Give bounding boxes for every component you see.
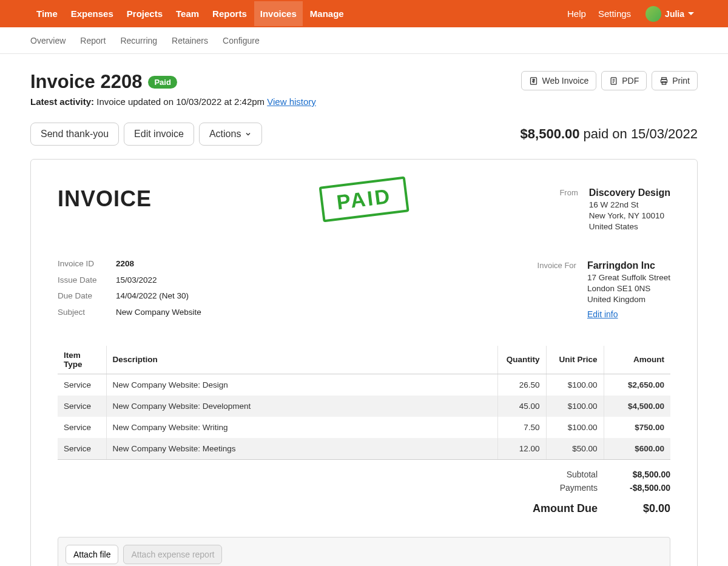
top-nav-right: HelpSettings Julia <box>561 6 698 22</box>
subject: New Company Website <box>116 308 201 319</box>
nav-invoices[interactable]: Invoices <box>254 1 303 26</box>
nav-reports[interactable]: Reports <box>206 1 253 26</box>
chevron-down-icon <box>688 12 694 15</box>
line-items-table: Item Type Description Quantity Unit Pric… <box>58 346 670 460</box>
cell-amount: $750.00 <box>604 417 670 438</box>
invoice-totals: Subtotal $8,500.00 Payments -$8,500.00 A… <box>58 470 670 515</box>
top-nav-left: TimeExpensesProjectsTeamReportsInvoicesM… <box>30 1 350 26</box>
print-button[interactable]: Print <box>652 71 698 90</box>
col-amount: Amount <box>604 346 670 374</box>
col-quantity: Quantity <box>497 346 546 374</box>
invoice-for-address: Farringdon Inc 17 Great Suffolk Street L… <box>587 259 670 318</box>
invoice-meta: Invoice ID 2208 Issue Date 15/03/2022 Du… <box>58 259 201 318</box>
amount-due-value: $0.00 <box>643 502 670 515</box>
edit-invoice-button[interactable]: Edit invoice <box>124 123 194 146</box>
activity-text: Invoice updated on 10/03/2022 at 2:42pm <box>96 96 265 107</box>
nav-manage[interactable]: Manage <box>304 1 350 26</box>
edit-info-link[interactable]: Edit info <box>587 309 618 319</box>
invoice-heading: INVOICE <box>58 186 152 212</box>
paid-stamp: PAID <box>319 177 410 223</box>
subtotal-value: $8,500.00 <box>633 470 670 479</box>
payments-value: -$8,500.00 <box>630 483 670 493</box>
paid-date-text: paid on 15/03/2022 <box>584 126 698 141</box>
subnav-report[interactable]: Report <box>80 36 106 45</box>
subnav-recurring[interactable]: Recurring <box>120 36 157 45</box>
activity-label: Latest activity: <box>30 96 94 107</box>
cell-type: Service <box>58 396 106 417</box>
cell-price: $100.00 <box>546 374 604 396</box>
col-unit-price: Unit Price <box>546 346 604 374</box>
view-history-link[interactable]: View history <box>267 96 316 107</box>
nav-projects[interactable]: Projects <box>121 1 169 26</box>
activity-line: Latest activity: Invoice updated on 10/0… <box>30 96 316 107</box>
cell-desc: New Company Website: Meetings <box>106 438 497 460</box>
sub-nav: OverviewReportRecurringRetainersConfigur… <box>0 27 728 54</box>
export-buttons: Web Invoice PDF Print <box>521 71 698 90</box>
avatar <box>645 6 661 22</box>
subnav-overview[interactable]: Overview <box>30 36 66 45</box>
dollar-document-icon <box>529 76 538 86</box>
line-item-row: ServiceNew Company Website: Writing7.50$… <box>58 417 670 438</box>
paid-amount: $8,500.00 <box>521 126 580 141</box>
attach-file-button[interactable]: Attach file <box>66 545 118 564</box>
line-item-row: ServiceNew Company Website: Development4… <box>58 396 670 417</box>
subnav-configure[interactable]: Configure <box>223 36 260 45</box>
chevron-down-icon <box>244 130 252 138</box>
nav-help[interactable]: Help <box>561 1 592 26</box>
invoice-for-label: Invoice For <box>538 259 576 318</box>
cell-price: $100.00 <box>546 417 604 438</box>
cell-type: Service <box>58 438 106 460</box>
due-date: 14/04/2022 (Net 30) <box>116 291 201 303</box>
cell-amount: $2,650.00 <box>604 374 670 396</box>
page-title: Invoice 2208 <box>30 71 142 93</box>
cell-qty: 45.00 <box>497 396 546 417</box>
issue-date: 15/03/2022 <box>116 275 201 287</box>
user-name: Julia <box>665 9 684 19</box>
cell-desc: New Company Website: Development <box>106 396 497 417</box>
from-label: From <box>559 186 578 232</box>
printer-icon <box>659 76 669 86</box>
cell-desc: New Company Website: Writing <box>106 417 497 438</box>
top-nav: TimeExpensesProjectsTeamReportsInvoicesM… <box>0 0 728 27</box>
cell-qty: 26.50 <box>497 374 546 396</box>
invoice-card: INVOICE PAID From Discovery Design 16 W … <box>30 159 698 566</box>
cell-qty: 7.50 <box>497 417 546 438</box>
pdf-button[interactable]: PDF <box>601 71 647 90</box>
nav-settings[interactable]: Settings <box>592 1 637 26</box>
cell-amount: $4,500.00 <box>604 396 670 417</box>
line-item-row: ServiceNew Company Website: Meetings12.0… <box>58 438 670 460</box>
cell-price: $100.00 <box>546 396 604 417</box>
status-badge: Paid <box>148 76 177 89</box>
col-description: Description <box>106 346 497 374</box>
subnav-retainers[interactable]: Retainers <box>172 36 208 45</box>
nav-team[interactable]: Team <box>170 1 205 26</box>
cell-desc: New Company Website: Design <box>106 374 497 396</box>
col-item-type: Item Type <box>58 346 106 374</box>
cell-type: Service <box>58 417 106 438</box>
cell-amount: $600.00 <box>604 438 670 460</box>
nav-expenses[interactable]: Expenses <box>65 1 120 26</box>
line-item-row: ServiceNew Company Website: Design26.50$… <box>58 374 670 396</box>
paid-summary: $8,500.00 paid on 15/03/2022 <box>521 126 698 142</box>
document-icon <box>609 76 618 86</box>
send-thank-you-button[interactable]: Send thank-you <box>30 123 119 146</box>
from-address: Discovery Design 16 W 22nd St New York, … <box>589 186 670 232</box>
attach-expense-report-button: Attach expense report <box>123 545 222 564</box>
invoice-id: 2208 <box>116 259 201 271</box>
cell-price: $50.00 <box>546 438 604 460</box>
actions-dropdown[interactable]: Actions <box>199 123 262 146</box>
cell-type: Service <box>58 374 106 396</box>
web-invoice-button[interactable]: Web Invoice <box>521 71 596 90</box>
attachments-box: Attach file Attach expense report <box>58 537 670 567</box>
user-menu[interactable]: Julia <box>638 6 698 22</box>
cell-qty: 12.00 <box>497 438 546 460</box>
page-content: Invoice 2208 Paid Latest activity: Invoi… <box>0 54 728 566</box>
nav-time[interactable]: Time <box>30 1 64 26</box>
